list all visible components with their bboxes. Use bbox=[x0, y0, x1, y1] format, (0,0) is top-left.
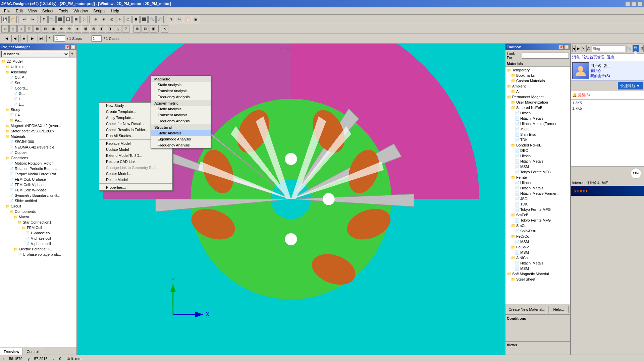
panel-close[interactable]: ✕ bbox=[70, 45, 75, 49]
sub-struct-eigenmode[interactable]: Eigenmode Analysis bbox=[151, 136, 211, 142]
tb-btn15[interactable]: ⬛ bbox=[140, 16, 148, 23]
menu-view[interactable]: View bbox=[25, 8, 40, 14]
tree-item-25[interactable]: 📄Symmetry Boundary: untit... bbox=[1, 193, 76, 198]
mat-item-19[interactable]: 📄Tokyo Ferrite MFG bbox=[506, 169, 570, 175]
menu-help[interactable]: Help bbox=[108, 8, 122, 14]
tb-btn13[interactable]: ⬡ bbox=[124, 16, 131, 23]
mat-item-4[interactable]: 📁Air bbox=[506, 89, 570, 94]
ctx-properties[interactable]: Properties... bbox=[99, 184, 172, 190]
menu-window[interactable]: Window bbox=[71, 8, 91, 14]
tree-item-9[interactable]: 📁Study bbox=[1, 107, 76, 112]
tree-item-8[interactable]: 📄L... bbox=[1, 102, 76, 107]
mat-item-21[interactable]: 📄Hitachi bbox=[506, 180, 570, 185]
tree-item-26[interactable]: 📄Slide: untitled bbox=[1, 198, 76, 203]
bing-search-btn[interactable]: 🔍 bbox=[627, 45, 631, 52]
tree-item-2[interactable]: 📁Assembly bbox=[1, 69, 76, 75]
menu-scripts[interactable]: Scripts bbox=[91, 8, 108, 14]
mat-item-11[interactable]: 📄JSOL bbox=[506, 126, 570, 132]
sub-axis-static[interactable]: Static Analysis bbox=[151, 106, 211, 112]
tb2-btn10[interactable]: ◈ bbox=[74, 25, 81, 33]
tb2-btn9[interactable]: ⊗ bbox=[66, 25, 73, 33]
tb2-btn7[interactable]: ◉ bbox=[50, 25, 57, 33]
tb2-btn20[interactable]: ✕ bbox=[161, 25, 168, 33]
toolbox-pin[interactable]: 📌 bbox=[559, 45, 564, 49]
mat-item-33[interactable]: 📁FeCo-V bbox=[506, 244, 570, 250]
tb2-btn4[interactable]: ▽ bbox=[25, 25, 33, 33]
nav-case-input[interactable] bbox=[92, 36, 102, 42]
menu-file[interactable]: File bbox=[1, 8, 13, 14]
toolbox-close[interactable]: ✕ bbox=[564, 45, 569, 49]
nav-next[interactable]: ▶ bbox=[29, 35, 36, 42]
nav-loop[interactable]: ↻ bbox=[46, 35, 54, 42]
tree-item-31[interactable]: 📁FEM Coil bbox=[1, 225, 76, 230]
mat-item-26[interactable]: 📄Tokyo Ferrite MFG bbox=[506, 207, 570, 212]
nav-link-forum[interactable]: 论坛首页管理 bbox=[582, 55, 604, 60]
tb2-btn19[interactable]: ▣ bbox=[150, 25, 157, 33]
mat-item-9[interactable]: 📄Hitachi Metals bbox=[506, 116, 570, 121]
tree-item-15[interactable]: 📄S50JN1300 bbox=[1, 139, 76, 144]
tb2-btn2[interactable]: △ bbox=[9, 25, 17, 33]
nav-link-exit[interactable]: 退出 bbox=[607, 55, 614, 60]
mat-item-29[interactable]: 📁SmCo bbox=[506, 223, 570, 228]
tree-item-36[interactable]: 📄U-phase voltage prob... bbox=[1, 252, 76, 257]
quick-nav-btn[interactable]: 快捷导航 ▼ bbox=[618, 82, 643, 89]
tb2-btn3[interactable]: ▷ bbox=[17, 25, 25, 33]
mat-item-27[interactable]: 📁SmFeB bbox=[506, 212, 570, 218]
mat-item-18[interactable]: 📄MSM bbox=[506, 164, 570, 169]
tb-redo[interactable]: ↪ bbox=[29, 16, 36, 23]
sub-struct-frequency[interactable]: Frequency Analysis bbox=[151, 142, 211, 148]
maximize-button[interactable]: □ bbox=[631, 1, 637, 6]
tb2-btn16[interactable]: ▽ bbox=[122, 25, 129, 33]
ctx-extend-model-3d[interactable]: Extend Model To 3D... bbox=[99, 153, 172, 159]
browser-print[interactable]: 🖨 bbox=[586, 45, 590, 52]
look-for-input[interactable] bbox=[522, 53, 569, 59]
tree-item-32[interactable]: 📄U-phase coil bbox=[1, 230, 76, 236]
tb-btn5[interactable]: ⬛ bbox=[56, 16, 64, 23]
my-box-link[interactable]: 我的盒子(S) bbox=[590, 73, 643, 78]
mat-item-39[interactable]: 📁Steel Sheet bbox=[506, 277, 570, 282]
ctx-center-model[interactable]: Center Model... bbox=[99, 171, 172, 177]
tb-btn9[interactable]: ⊕ bbox=[92, 16, 99, 23]
tb-save[interactable]: 💾 bbox=[1, 16, 9, 23]
tree-item-14[interactable]: 📁Materials bbox=[1, 134, 76, 139]
sub-magnetic-frequency[interactable]: Frequency Analysis bbox=[151, 94, 211, 100]
mat-item-2[interactable]: 📁Custom Materials bbox=[506, 78, 570, 83]
tb2-btn11[interactable]: ▦ bbox=[82, 25, 89, 33]
nav-link-msg[interactable]: 消息 bbox=[572, 55, 580, 60]
tree-item-33[interactable]: 📄V-phase coil bbox=[1, 236, 76, 241]
tb2-btn6[interactable]: ⊟ bbox=[42, 25, 49, 33]
menu-select[interactable]: Select bbox=[40, 8, 56, 14]
mat-item-22[interactable]: 📄Hitachi Metals bbox=[506, 185, 570, 191]
upload-btn[interactable]: 拓搜上传 bbox=[633, 45, 639, 52]
tree-item-13[interactable]: 📁Stator core: <S50JN1300> bbox=[1, 128, 76, 134]
panel-pin[interactable]: 📌 bbox=[65, 45, 70, 49]
tree-item-29[interactable]: 📁Macro bbox=[1, 214, 76, 220]
tb-btn17[interactable]: 🔎 bbox=[156, 16, 164, 23]
mat-item-28[interactable]: 📄Tokyo Ferrite MFG bbox=[506, 218, 570, 223]
mat-item-23[interactable]: 📄Hitachi Metals(Formerl... bbox=[506, 191, 570, 196]
mat-item-34[interactable]: 📄MSM bbox=[506, 250, 570, 255]
tree-item-3[interactable]: 📄Cut P... bbox=[1, 75, 76, 80]
mat-item-3[interactable]: 📁Ambient bbox=[506, 83, 570, 89]
mat-item-12[interactable]: 📄Shin-Etsu bbox=[506, 132, 570, 137]
tb-btn7[interactable]: 🔳 bbox=[72, 16, 80, 23]
ctx-delete-model[interactable]: Delete Model bbox=[99, 177, 172, 183]
tree-item-24[interactable]: 📄FEM Coil: W-phase bbox=[1, 187, 76, 193]
mat-item-0[interactable]: 📁Temporary bbox=[506, 67, 570, 73]
mat-item-17[interactable]: 📄Hitachi Metals bbox=[506, 159, 570, 164]
nav-prev[interactable]: ◀ bbox=[11, 35, 19, 42]
tb2-btn5[interactable]: ⊞ bbox=[34, 25, 41, 33]
tree-item-27[interactable]: 📁Circuit bbox=[1, 203, 76, 209]
sub-axis-frequency[interactable]: Frequency Analysis bbox=[151, 118, 211, 124]
mat-item-36[interactable]: 📄Hitachi Metals bbox=[506, 260, 570, 266]
close-button[interactable]: ✕ bbox=[637, 1, 643, 6]
browser-close-x[interactable]: ✕ bbox=[582, 45, 585, 52]
tree-item-17[interactable]: 📄Copper bbox=[1, 150, 76, 155]
mat-item-38[interactable]: 📁Soft Magnetic Material bbox=[506, 271, 570, 277]
mat-item-30[interactable]: 📄Shin-Etsu bbox=[506, 228, 570, 234]
mat-item-25[interactable]: 📄TDK bbox=[506, 201, 570, 207]
tree-item-1[interactable]: 📁Unit: mm bbox=[1, 64, 76, 69]
nav-first[interactable]: |◀ bbox=[3, 35, 10, 42]
tb-btn14[interactable]: ⬢ bbox=[132, 16, 140, 23]
browser-forward[interactable]: ▶ bbox=[577, 45, 580, 52]
